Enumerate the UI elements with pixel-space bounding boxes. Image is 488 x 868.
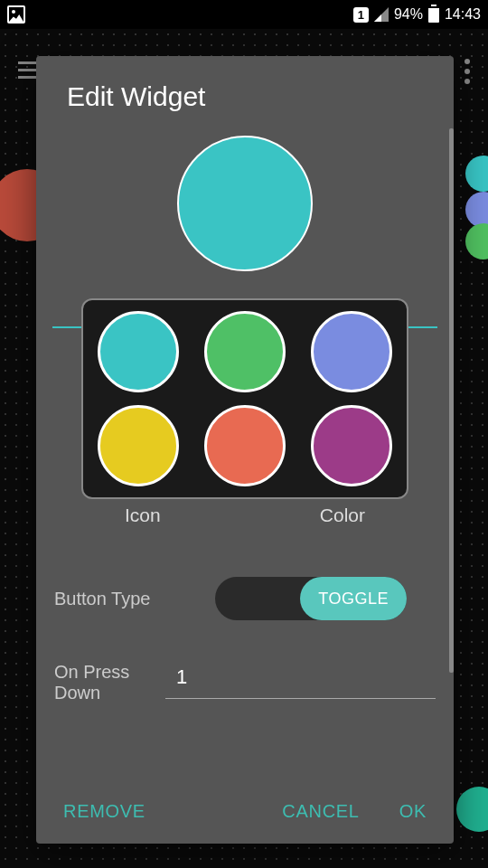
scrollbar[interactable]: [449, 128, 454, 673]
battery-icon: [428, 6, 439, 23]
color-swatch-0[interactable]: [98, 311, 179, 392]
edit-widget-dialog: Edit Widget Icon Color Button Type: [36, 56, 454, 844]
dialog-body: Icon Color Button Type TOGGLE On Press D…: [36, 128, 454, 783]
ok-button[interactable]: OK: [399, 801, 427, 822]
color-swatch-5[interactable]: [311, 405, 392, 486]
battery-percentage: 94%: [394, 6, 423, 23]
color-swatch-1[interactable]: [204, 311, 286, 392]
button-type-label: Button Type: [54, 589, 172, 609]
color-swatch-2[interactable]: [311, 311, 392, 392]
picture-icon: [7, 5, 25, 24]
icon-tab-label[interactable]: Icon: [125, 505, 161, 526]
overflow-menu-icon[interactable]: [465, 59, 470, 84]
status-bar: 1 94% 14:43: [0, 0, 488, 29]
preview-circle[interactable]: [177, 136, 313, 271]
dialog-footer: REMOVE CANCEL OK: [36, 783, 454, 844]
dialog-title: Edit Widget: [36, 56, 454, 128]
on-press-down-label: On Press Down: [54, 662, 155, 703]
color-swatch-4[interactable]: [204, 405, 286, 486]
signal-icon: [374, 7, 389, 22]
button-type-toggle[interactable]: TOGGLE: [215, 577, 407, 620]
color-swatch-3[interactable]: [98, 405, 179, 486]
color-palette: [81, 298, 408, 499]
color-tab-label[interactable]: Color: [320, 505, 365, 526]
clock: 14:43: [445, 6, 481, 23]
sim-indicator: 1: [353, 7, 369, 23]
toggle-knob: TOGGLE: [300, 577, 407, 620]
remove-button[interactable]: REMOVE: [63, 801, 145, 822]
on-press-down-input[interactable]: [165, 662, 436, 699]
widget-preview: [52, 128, 437, 298]
cancel-button[interactable]: CANCEL: [282, 801, 359, 822]
